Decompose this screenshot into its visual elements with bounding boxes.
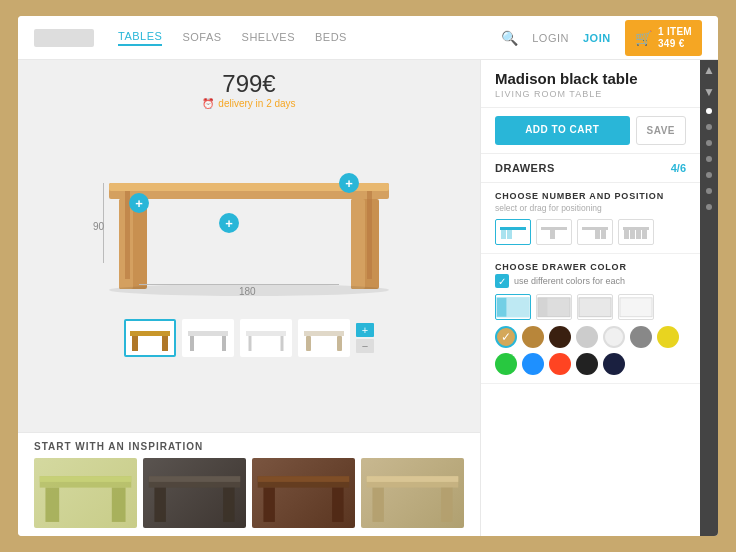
position-options [495,219,686,245]
different-colors-checkbox[interactable]: ✓ [495,274,509,288]
svg-rect-37 [500,227,526,230]
content: 799€ delivery in 2 days 90 [18,60,718,536]
svg-rect-13 [190,336,194,351]
svg-rect-38 [501,230,506,239]
thumb-1[interactable] [124,319,176,357]
product-info: Madison black table LIVING ROOM TABLE [481,60,700,108]
header: TABLES SOFAS SHELVES BEDS 🔍 LOGIN JOIN 🛒… [18,16,718,60]
inspiration-item-4[interactable] [361,458,464,528]
drawers-label: DRAWERS [495,162,671,174]
dimension-width-label: 180 [239,286,256,297]
color-wood-light[interactable]: ✓ [495,326,517,348]
svg-rect-28 [223,487,234,521]
svg-rect-43 [595,230,600,239]
nav-tables[interactable]: TABLES [118,30,162,46]
nav-dot-6[interactable] [706,188,712,194]
nav-dot-5[interactable] [706,172,712,178]
color-wood-medium[interactable] [522,326,544,348]
pos-option-2[interactable] [536,219,572,245]
svg-rect-32 [332,487,343,521]
svg-rect-40 [541,227,567,230]
search-icon[interactable]: 🔍 [501,30,518,46]
color-dark-brown[interactable] [549,326,571,348]
inspiration-item-1[interactable] [34,458,137,528]
thumb-prev[interactable]: − [356,339,374,353]
svg-rect-27 [154,487,165,521]
svg-rect-9 [130,331,170,336]
color-palette: ✓ [495,326,686,375]
drawer-swatch-4[interactable] [618,294,654,320]
dimension-height-label: 90 [93,221,104,232]
thumbnail-row: + − [124,313,374,363]
add-to-cart-button[interactable]: ADD TO CART [495,116,630,145]
login-button[interactable]: LOGIN [532,32,569,44]
thumb-4[interactable] [298,319,350,357]
nav-dot-7[interactable] [706,204,712,210]
color-yellow[interactable] [657,326,679,348]
nav-dot-1[interactable] [706,108,712,114]
pos-option-3[interactable] [577,219,613,245]
drawer-swatch-3[interactable] [577,294,613,320]
join-button[interactable]: JOIN [583,32,611,44]
drawer-color-options [495,294,686,320]
nav-shelves[interactable]: SHELVES [242,31,295,45]
svg-rect-24 [112,487,126,521]
position-section: CHOOSE NUMBER AND POSITION select or dra… [481,183,700,254]
add-center-button[interactable]: + [219,213,239,233]
thumb-next[interactable]: + [356,323,374,337]
pos-option-1[interactable] [495,219,531,245]
nav-up-arrow[interactable]: ▲ [703,64,715,76]
product-name: Madison black table [495,70,686,87]
inspiration-item-2[interactable] [143,458,246,528]
different-colors-label: use different colors for each [514,276,625,286]
right-panel: Madison black table LIVING ROOM TABLE AD… [480,60,700,536]
svg-rect-23 [45,487,59,521]
svg-rect-26 [149,476,241,482]
inspiration-item-3[interactable] [252,458,355,528]
logo [34,29,94,47]
color-green[interactable] [495,353,517,375]
nav-down-arrow[interactable]: ▼ [703,86,715,98]
position-label: CHOOSE NUMBER AND POSITION [495,191,686,201]
svg-rect-39 [507,230,512,239]
nav-dot-4[interactable] [706,156,712,162]
color-black[interactable] [576,353,598,375]
drawer-swatch-1[interactable] [495,294,531,320]
color-navy[interactable] [603,353,625,375]
table-image: 90 [79,113,419,313]
drawer-color-section: CHOOSE DRAWER COLOR ✓ use different colo… [481,254,700,384]
thumb-3[interactable] [240,319,292,357]
pos-option-4[interactable] [618,219,654,245]
add-right-button[interactable]: + [339,173,359,193]
cart-button[interactable]: 🛒 1 ITEM 349 € [625,20,702,56]
nav-dot-3[interactable] [706,140,712,146]
nav-sofas[interactable]: SOFAS [182,31,221,45]
svg-rect-5 [351,199,365,289]
color-gray[interactable] [630,326,652,348]
svg-rect-20 [337,336,342,351]
svg-rect-44 [601,230,606,239]
color-light-gray[interactable] [576,326,598,348]
drawers-header: DRAWERS 4/6 [481,154,700,183]
svg-rect-51 [497,298,506,317]
color-checkbox-row: ✓ use different colors for each [495,274,686,288]
color-white[interactable] [603,326,625,348]
thumb-2[interactable] [182,319,234,357]
right-nav: ▲ ▼ [700,60,718,536]
drawers-section: DRAWERS 4/6 CHOOSE NUMBER AND POSITION s… [481,154,700,536]
color-blue[interactable] [522,353,544,375]
nav-links: TABLES SOFAS SHELVES BEDS [118,30,501,46]
svg-rect-12 [188,331,228,336]
svg-rect-11 [162,336,168,351]
save-button[interactable]: SAVE [636,116,687,145]
drawer-swatch-2[interactable] [536,294,572,320]
svg-rect-10 [132,336,138,351]
left-column: 799€ delivery in 2 days 90 [18,60,480,536]
add-left-button[interactable]: + [129,193,149,213]
nav-beds[interactable]: BEDS [315,31,347,45]
cart-price: 349 € [658,38,692,50]
svg-rect-7 [367,191,372,279]
color-red[interactable] [549,353,571,375]
nav-dot-2[interactable] [706,124,712,130]
svg-rect-35 [372,487,383,521]
